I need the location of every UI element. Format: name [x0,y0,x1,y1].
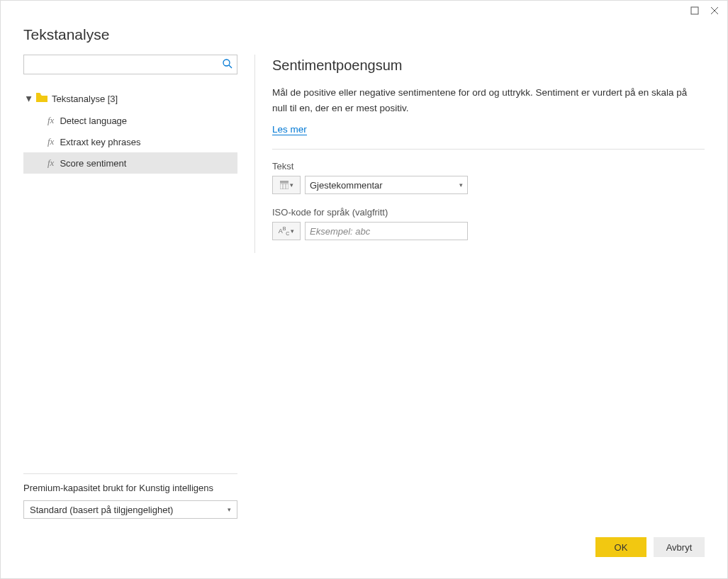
chevron-down-icon: ▾ [228,506,231,513]
abc-icon: ABC [279,226,290,236]
iso-input[interactable] [305,222,468,240]
divider [272,149,705,150]
tree-item-label: Detect language [60,116,127,126]
expand-icon: ▶ [26,96,33,101]
column-icon [280,181,289,189]
ok-button[interactable]: OK [595,537,646,557]
detail-description: Mål de positive eller negative sentiment… [272,85,705,116]
capacity-dropdown[interactable]: Standard (basert på tilgjengelighet) ▾ [23,500,237,519]
capacity-label: Premium-kapasitet brukt for Kunstig inte… [23,483,237,493]
cancel-button[interactable]: Avbryt [654,537,705,557]
capacity-value: Standard (basert på tilgjengelighet) [30,505,173,515]
text-field-label: Tekst [272,161,705,172]
iso-type-selector[interactable]: ABC ▾ [272,222,301,240]
svg-line-4 [229,65,232,68]
left-panel: ▶ Tekstanalyse [3] fx Detect language fx… [23,55,237,253]
iso-field-label: ISO-kode for språk (valgfritt) [272,207,705,218]
fx-icon: fx [47,136,54,147]
learn-more-link[interactable]: Les mer [272,124,307,135]
chevron-down-icon: ▾ [290,181,293,189]
chevron-down-icon: ▾ [291,227,294,235]
text-column-dropdown[interactable]: Gjestekommentar ▾ [305,176,468,194]
folder-icon [36,93,47,104]
tree-root-label: Tekstanalyse [3] [52,94,118,104]
fx-icon: fx [47,115,54,126]
close-icon[interactable] [710,6,719,17]
maximize-icon[interactable] [690,6,699,17]
tree-item-detect-language[interactable]: fx Detect language [23,110,237,131]
svg-rect-0 [691,7,698,14]
tree-item-label: Extraxt key phrases [60,137,140,147]
detail-title: Sentimentpoengsum [272,57,705,74]
tree-item-score-sentiment[interactable]: fx Score sentiment [23,152,237,174]
right-panel: Sentimentpoengsum Mål de positive eller … [254,55,705,253]
search-icon[interactable] [222,58,233,72]
tree-item-extract-key-phrases[interactable]: fx Extraxt key phrases [23,131,237,152]
svg-point-3 [223,60,230,66]
tree-item-label: Score sentiment [60,158,126,169]
text-type-selector[interactable]: ▾ [272,176,301,194]
dialog-title: Tekstanalyse [1,1,727,55]
text-column-value: Gjestekommentar [310,180,383,191]
fx-icon: fx [47,157,54,169]
tree-root[interactable]: ▶ Tekstanalyse [3] [23,89,237,108]
divider [23,473,237,474]
search-box[interactable] [23,55,237,74]
chevron-down-icon: ▾ [459,181,463,189]
search-input[interactable] [24,55,237,74]
svg-rect-6 [280,184,289,189]
svg-rect-5 [280,181,289,183]
